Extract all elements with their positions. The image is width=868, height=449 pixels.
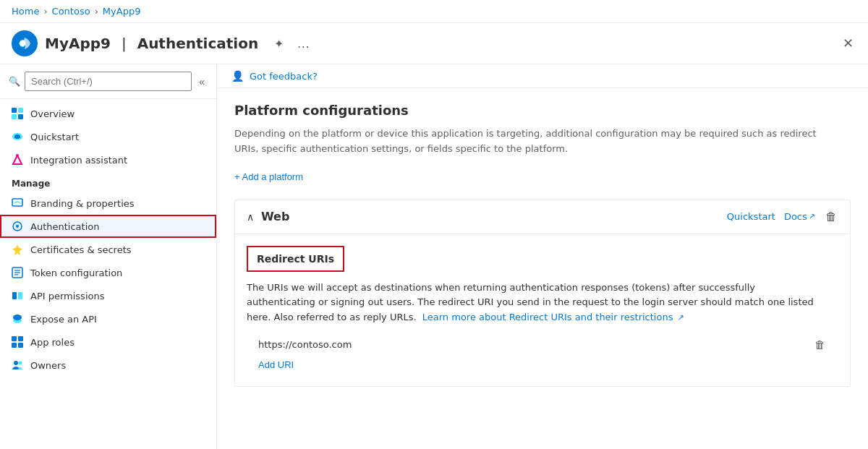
sidebar-item-label: Owners — [30, 360, 66, 371]
breadcrumb-contoso[interactable]: Contoso — [52, 6, 90, 17]
uri-delete-button[interactable]: 🗑 — [813, 337, 827, 352]
api-icon — [12, 290, 23, 302]
manage-section-label: Manage — [0, 171, 216, 192]
redirect-uris-label: Redirect URIs — [247, 246, 344, 272]
svg-point-8 — [16, 154, 19, 157]
sidebar-item-overview[interactable]: Overview — [0, 102, 216, 125]
redirect-learn-more-link[interactable]: Learn more about Redirect URIs and their… — [422, 312, 684, 322]
sidebar-item-label: Token configuration — [30, 268, 122, 278]
sidebar-item-integration[interactable]: Integration assistant — [0, 148, 216, 171]
sidebar-item-token[interactable]: Token configuration — [0, 261, 216, 284]
breadcrumb-home[interactable]: Home — [12, 6, 39, 17]
svg-point-11 — [16, 225, 19, 228]
sidebar-nav: Overview Quickstart Integration assistan… — [0, 99, 216, 380]
sidebar-item-label: Expose an API — [30, 314, 97, 325]
token-icon — [12, 267, 23, 278]
app-logo — [12, 30, 38, 56]
svg-rect-3 — [18, 108, 23, 113]
sidebar-item-label: API permissions — [30, 291, 104, 302]
feedback-icon: 👤 — [231, 70, 244, 82]
svg-rect-9 — [12, 199, 22, 206]
sidebar-item-branding[interactable]: Branding & properties — [0, 192, 216, 215]
platform-config-desc: Depending on the platform or device this… — [234, 127, 827, 157]
breadcrumb-sep2: › — [95, 6, 98, 17]
svg-point-25 — [19, 362, 22, 365]
certs-icon — [12, 244, 23, 255]
docs-external-icon: ↗ — [809, 212, 815, 221]
breadcrumb-myapp9[interactable]: MyApp9 — [103, 6, 141, 17]
sidebar-item-approles[interactable]: App roles — [0, 330, 216, 354]
more-options-button[interactable]: … — [294, 33, 312, 54]
breadcrumb-sep1: › — [43, 6, 47, 17]
web-title: Web — [261, 210, 720, 223]
content-area: 👤 Got feedback? Platform configurations … — [217, 64, 868, 449]
sidebar-item-expose[interactable]: Expose an API — [0, 307, 216, 330]
platform-config-title: Platform configurations — [234, 103, 851, 118]
uri-row: https://contoso.com 🗑 — [247, 334, 838, 355]
svg-rect-5 — [18, 114, 23, 119]
sidebar-item-label: Quickstart — [30, 132, 79, 142]
add-platform-button[interactable]: + Add a platform — [234, 168, 303, 185]
svg-point-1 — [20, 40, 25, 46]
sidebar-item-api[interactable]: API permissions — [0, 284, 216, 307]
svg-rect-2 — [12, 108, 17, 113]
sidebar-item-label: Branding & properties — [30, 198, 135, 209]
web-docs-link[interactable]: Docs ↗ — [784, 211, 815, 222]
svg-rect-4 — [12, 114, 17, 119]
sidebar-item-authentication[interactable]: Authentication — [0, 215, 216, 238]
sidebar-search-input[interactable] — [25, 72, 192, 91]
integration-icon — [12, 154, 23, 166]
sidebar-item-quickstart[interactable]: Quickstart — [0, 125, 216, 148]
expose-icon — [12, 313, 23, 325]
sidebar-item-label: Authentication — [30, 221, 99, 232]
page-title: MyApp9 | Authentication — [45, 35, 258, 52]
web-collapse-button[interactable]: ∧ — [247, 211, 254, 223]
sidebar-item-certs[interactable]: Certificates & secrets — [0, 238, 216, 261]
close-button[interactable]: ✕ — [840, 33, 856, 54]
overview-icon — [12, 108, 23, 119]
web-card-header: ∧ Web Quickstart Docs ↗ 🗑 — [235, 200, 850, 234]
svg-rect-16 — [12, 292, 17, 299]
web-platform-card: ∧ Web Quickstart Docs ↗ 🗑 Redirect URIs — [234, 200, 851, 387]
quickstart-icon — [12, 131, 23, 142]
sidebar-item-label: Certificates & secrets — [30, 244, 132, 255]
search-icon: 🔍 — [9, 76, 20, 87]
web-quickstart-link[interactable]: Quickstart — [727, 211, 775, 222]
breadcrumb: Home › Contoso › MyApp9 — [0, 0, 868, 23]
svg-rect-17 — [18, 292, 22, 299]
sidebar-item-label: App roles — [30, 337, 75, 348]
feedback-label: Got feedback? — [250, 71, 318, 82]
sidebar-item-owners[interactable]: Owners — [0, 354, 216, 377]
learn-more-external-icon: ↗ — [678, 313, 684, 322]
sidebar-item-label: Integration assistant — [30, 155, 127, 166]
svg-point-19 — [13, 315, 22, 320]
add-uri-button[interactable]: Add URI — [247, 355, 305, 375]
pin-button[interactable]: ✦ — [271, 34, 286, 54]
approles-icon — [12, 336, 23, 348]
sidebar: 🔍 « Overview Quickstart — [0, 64, 217, 449]
redirect-desc: The URIs we will accept as destinations … — [247, 281, 825, 325]
web-card-body: Redirect URIs The URIs we will accept as… — [235, 234, 850, 386]
auth-icon — [12, 221, 23, 232]
svg-rect-21 — [18, 336, 23, 341]
sidebar-item-label: Overview — [30, 108, 75, 119]
svg-point-24 — [14, 361, 18, 365]
svg-rect-22 — [12, 343, 17, 348]
uri-value: https://contoso.com — [258, 339, 804, 350]
svg-point-7 — [14, 134, 20, 139]
owners-icon — [12, 359, 23, 371]
web-delete-button[interactable]: 🗑 — [824, 209, 838, 225]
svg-rect-20 — [12, 336, 17, 341]
sidebar-collapse-button[interactable]: « — [196, 74, 208, 89]
branding-icon — [12, 197, 23, 209]
feedback-bar[interactable]: 👤 Got feedback? — [217, 64, 868, 88]
svg-rect-23 — [18, 343, 23, 348]
